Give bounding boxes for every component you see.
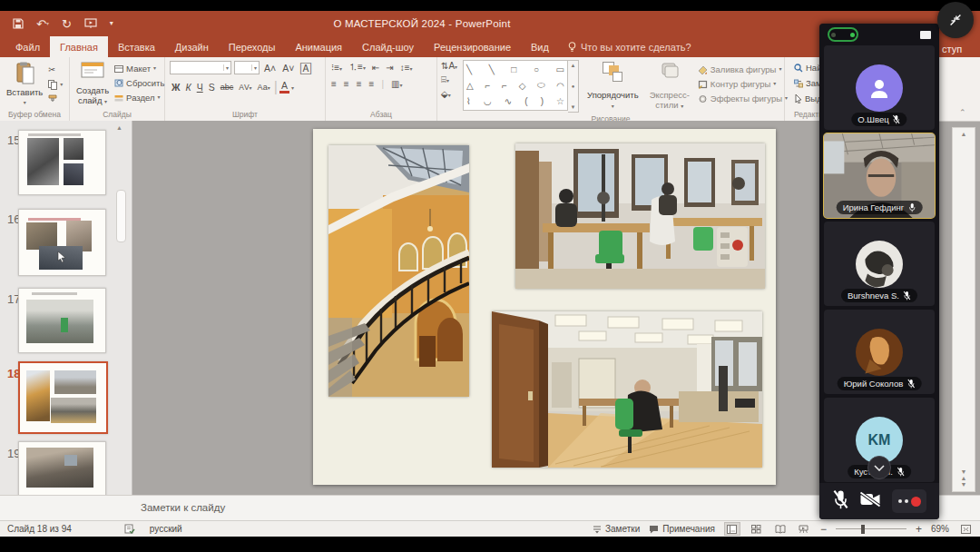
slide-thumbnail-18-selected[interactable] (18, 361, 108, 434)
numbering-icon[interactable]: ⒈≡▾ (348, 61, 366, 74)
align-right-icon[interactable]: ≡ (357, 79, 362, 89)
align-text-icon[interactable]: ⌸▾ (441, 74, 457, 85)
normal-view-button[interactable] (724, 522, 740, 536)
zoom-in-icon[interactable]: + (916, 523, 922, 536)
more-options-button[interactable] (892, 489, 926, 513)
mic-muted-button[interactable] (832, 489, 849, 513)
slide-photo-workshop-room[interactable] (492, 311, 762, 468)
decrease-indent-icon[interactable]: ⇤ (372, 63, 379, 73)
font-name-combobox[interactable]: ▾ (170, 61, 231, 74)
quick-styles-button[interactable]: Экспресс-стили ▾ (647, 60, 692, 113)
collapse-participants-button[interactable] (867, 456, 891, 479)
shape-effects-button[interactable]: Эффекты фигуры▾ (698, 93, 788, 104)
slide-thumbnail-17[interactable] (18, 288, 106, 353)
underline-button[interactable]: Ч (195, 81, 205, 94)
exit-fullscreen-button[interactable] (937, 2, 974, 38)
thumbnail-scrollbar[interactable] (116, 190, 126, 242)
clear-formatting-icon[interactable]: 🄰 (299, 62, 313, 74)
cursor-arrow-in-thumbnail (57, 251, 66, 262)
shape-outline-button[interactable]: Контур фигуры▾ (698, 78, 788, 90)
minimize-panel-icon[interactable] (920, 31, 931, 39)
format-painter-icon[interactable] (48, 94, 63, 104)
bullets-icon[interactable]: ⁝≡▾ (331, 63, 342, 73)
mic-muted-icon (906, 379, 915, 389)
zoom-slider[interactable] (836, 525, 906, 534)
slide-photo-workshop-tables[interactable] (515, 143, 765, 289)
layout-button[interactable]: Макет▾ (114, 63, 164, 74)
collapse-ribbon-icon[interactable]: ⌃ (959, 108, 966, 117)
ribbon-group-drawing: ⇅A▾ ⌸▾ ⬙▾ ╲╲□○▭ △⌐⌐◇⬭◠ ⌇◡∿()☆ ▲●▼ Упоряд… (437, 57, 785, 121)
spellcheck-icon[interactable] (124, 524, 135, 534)
italic-button[interactable]: К (184, 81, 193, 94)
shapes-gallery[interactable]: ╲╲□○▭ △⌐⌐◇⬭◠ ⌇◡∿()☆ (463, 60, 568, 111)
video-toggle[interactable] (828, 27, 858, 42)
participant-tile[interactable]: О.Швец (824, 45, 935, 130)
slide-photo-staircase[interactable] (328, 145, 469, 397)
comments-toggle-button[interactable]: Примечания (649, 524, 715, 534)
zoom-out-icon[interactable]: − (820, 523, 827, 536)
new-slide-button[interactable]: Создатьслайд ▾ (74, 60, 112, 108)
tell-me-box[interactable]: Что вы хотите сделать? (559, 36, 701, 57)
next-slide-icon[interactable]: ▼ (961, 481, 967, 491)
camera-off-button[interactable] (859, 491, 881, 511)
ribbon-group-font: ▾ ▾ A˄ A˅ 🄰 Ж К Ч S abc АV▾ Аа▾ | А ▾ Шр… (165, 57, 326, 121)
scroll-down-icon[interactable]: ▼ (961, 468, 967, 475)
fit-slide-to-window-icon[interactable] (958, 523, 973, 535)
slide-thumbnail-19[interactable] (18, 441, 106, 496)
previous-slide-icon[interactable]: ▲ (961, 475, 967, 481)
tab-design[interactable]: Дизайн (165, 36, 219, 57)
scroll-up-icon[interactable]: ▲ (961, 128, 967, 137)
tab-slideshow[interactable]: Слайд-шоу (352, 36, 424, 57)
zoom-slider-handle[interactable] (861, 525, 865, 534)
line-spacing-icon[interactable]: ↕≡▾ (400, 63, 413, 73)
tab-review[interactable]: Рецензирование (424, 36, 521, 57)
bold-button[interactable]: Ж (170, 81, 182, 94)
section-button[interactable]: Раздел▾ (114, 92, 164, 104)
language-indicator[interactable]: русский (150, 524, 182, 534)
decrease-font-icon[interactable]: A˅ (280, 62, 296, 74)
increase-indent-icon[interactable]: ⇥ (386, 63, 393, 73)
justify-icon[interactable]: ≡ (369, 79, 375, 89)
align-left-icon[interactable]: ≡ (331, 79, 337, 89)
tab-transitions[interactable]: Переходы (219, 36, 286, 57)
copy-icon[interactable]: ▾ (48, 79, 63, 91)
shape-fill-button[interactable]: Заливка фигуры▾ (698, 64, 788, 75)
notes-toggle-button[interactable]: Заметки (593, 524, 640, 534)
cut-icon[interactable]: ✂ (48, 64, 63, 75)
reading-view-button[interactable] (773, 523, 788, 535)
shapes-gallery-scrollbar[interactable]: ▲●▼ (568, 60, 579, 113)
align-center-icon[interactable]: ≡ (344, 79, 349, 89)
paste-button[interactable]: Вставить▾ (4, 60, 45, 108)
font-color-caret[interactable]: ▾ (291, 84, 294, 91)
participant-tile-active-speaker[interactable]: Ирина Гефдинг (824, 133, 935, 218)
tab-view[interactable]: Вид (521, 36, 559, 57)
text-shadow-button[interactable]: S (207, 81, 217, 94)
tab-animations[interactable]: Анимация (285, 36, 352, 57)
slide-canvas[interactable] (313, 129, 776, 485)
editor-vertical-scrollbar[interactable]: ▲ ▼ ▲ ▼ (952, 127, 975, 492)
font-group-label: Шрифт (165, 108, 325, 121)
character-spacing-button[interactable]: АV▾ (237, 81, 253, 94)
text-direction-icon[interactable]: ⇅A▾ (441, 61, 457, 71)
slideshow-view-button[interactable] (797, 523, 811, 535)
change-case-button[interactable]: Аа▾ (256, 81, 272, 94)
tab-file[interactable]: Файл (5, 36, 50, 57)
strikethrough-button[interactable]: abc (219, 81, 236, 94)
zoom-percentage[interactable]: 69% (931, 524, 949, 534)
avatar-initials: KM (868, 432, 891, 448)
slide-thumbnail-16[interactable] (18, 209, 106, 276)
participant-tile[interactable]: Юрий Соколов (824, 310, 935, 394)
participant-tile[interactable]: Burshneva S. (824, 222, 935, 306)
tab-home[interactable]: Главная (50, 36, 108, 57)
reset-button[interactable]: Сбросить (114, 77, 164, 89)
arrange-button[interactable]: Упорядочить▾ (584, 60, 642, 113)
slide-sorter-view-button[interactable] (750, 523, 764, 535)
font-size-combobox[interactable]: ▾ (234, 61, 260, 74)
columns-icon[interactable]: ▥▾ (391, 79, 402, 89)
convert-smartart-icon[interactable]: ⬙▾ (441, 89, 457, 99)
tab-insert[interactable]: Вставка (108, 36, 165, 57)
slide-thumbnail-15[interactable] (18, 130, 106, 195)
thumbnail-scroll-up-icon[interactable]: ▲ (116, 124, 122, 131)
font-color-button[interactable]: А (279, 81, 289, 94)
increase-font-icon[interactable]: A˄ (262, 62, 278, 74)
